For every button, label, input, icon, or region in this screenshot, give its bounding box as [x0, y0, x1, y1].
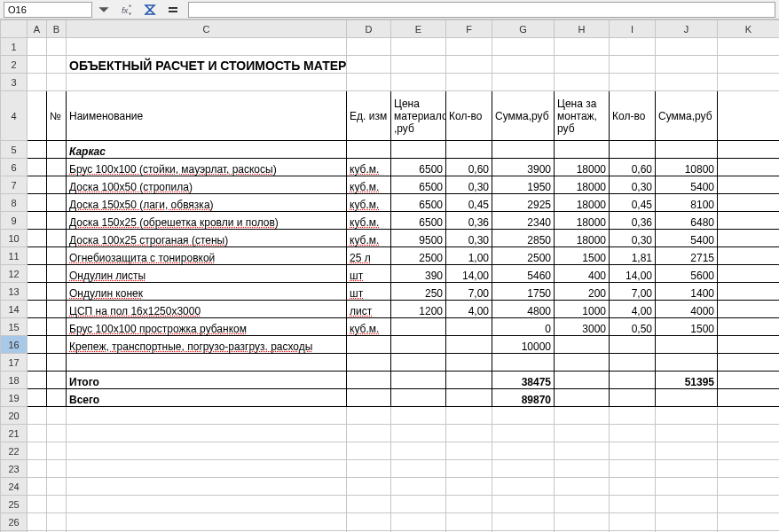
col-header-I[interactable]: I: [610, 20, 656, 38]
row6-qty2[interactable]: 0,60: [610, 159, 656, 176]
cell-J5[interactable]: [656, 141, 718, 159]
cell-H18[interactable]: [555, 372, 610, 389]
cell-A23[interactable]: [28, 460, 47, 478]
cell-E21[interactable]: [391, 425, 446, 442]
cell-J21[interactable]: [656, 425, 718, 442]
row6-price-work[interactable]: 18000: [555, 159, 610, 176]
cell-B7[interactable]: [47, 176, 67, 194]
row13-sum2[interactable]: 1400: [656, 283, 718, 301]
cell-K21[interactable]: [718, 425, 780, 442]
cell-K26[interactable]: [718, 513, 780, 531]
cell-I5[interactable]: [610, 141, 656, 159]
cell-E24[interactable]: [391, 478, 446, 496]
cell-H22[interactable]: [555, 442, 610, 460]
row8-price-work[interactable]: 18000: [555, 194, 610, 212]
row9-qty1[interactable]: 0,36: [446, 212, 492, 230]
cell-B19[interactable]: [47, 389, 67, 407]
cell-F23[interactable]: [446, 460, 492, 478]
cell-F26[interactable]: [446, 513, 492, 531]
row11-qty1[interactable]: 1,00: [446, 247, 492, 265]
cell-C3[interactable]: [67, 74, 347, 91]
cell-H20[interactable]: [555, 407, 610, 425]
cell-A9[interactable]: [28, 212, 47, 230]
hdr-qty1[interactable]: Кол-во: [446, 91, 492, 141]
cell-B16[interactable]: [47, 336, 67, 354]
row16-qty2[interactable]: [610, 336, 656, 354]
cell-A5[interactable]: [28, 141, 47, 159]
cell-J23[interactable]: [656, 460, 718, 478]
cell-A16[interactable]: [28, 336, 47, 354]
cell-B11[interactable]: [47, 247, 67, 265]
cell-A8[interactable]: [28, 194, 47, 212]
row10-name[interactable]: Доска 100х25 строганая (стены): [67, 230, 347, 247]
row9-name[interactable]: Доска 150х25 (обрешетка кровли и полов): [67, 212, 347, 230]
dropdown-icon[interactable]: [94, 2, 114, 18]
row10-qty1[interactable]: 0,30: [446, 230, 492, 247]
row7-name[interactable]: Доска 100х50 (стропила): [67, 176, 347, 194]
cell-F21[interactable]: [446, 425, 492, 442]
col-header-J[interactable]: J: [656, 20, 718, 38]
hdr-sum1[interactable]: Сумма,руб: [492, 91, 555, 141]
row9-unit[interactable]: куб.м.: [347, 212, 391, 230]
cell-E3[interactable]: [391, 74, 446, 91]
row8-price-mat[interactable]: 6500: [391, 194, 446, 212]
cell-B14[interactable]: [47, 301, 67, 318]
cell-F3[interactable]: [446, 74, 492, 91]
cell-F1[interactable]: [446, 38, 492, 56]
cell-C1[interactable]: [67, 38, 347, 56]
row9-price-mat[interactable]: 6500: [391, 212, 446, 230]
row-header-2[interactable]: 2: [1, 56, 28, 74]
cell-E5[interactable]: [391, 141, 446, 159]
cell-K2[interactable]: [718, 56, 780, 74]
cell-E20[interactable]: [391, 407, 446, 425]
row11-price-work[interactable]: 1500: [555, 247, 610, 265]
cell-G25[interactable]: [492, 496, 555, 513]
cell-I25[interactable]: [610, 496, 656, 513]
vsego-label[interactable]: Всего: [67, 389, 347, 407]
row10-qty2[interactable]: 0,30: [610, 230, 656, 247]
cell-H2[interactable]: [555, 56, 610, 74]
row6-sum1[interactable]: 3900: [492, 159, 555, 176]
row9-price-work[interactable]: 18000: [555, 212, 610, 230]
cell-H21[interactable]: [555, 425, 610, 442]
cell-E1[interactable]: [391, 38, 446, 56]
cell-J2[interactable]: [656, 56, 718, 74]
row-header-6[interactable]: 6: [1, 159, 28, 176]
cell-D25[interactable]: [347, 496, 391, 513]
cell-C17[interactable]: [67, 354, 347, 372]
col-header-G[interactable]: G: [492, 20, 555, 38]
cell-B22[interactable]: [47, 442, 67, 460]
cell-G26[interactable]: [492, 513, 555, 531]
cell-H25[interactable]: [555, 496, 610, 513]
cell-E2[interactable]: [391, 56, 446, 74]
cell-A4[interactable]: [28, 91, 47, 141]
cell-A7[interactable]: [28, 176, 47, 194]
cell-G5[interactable]: [492, 141, 555, 159]
row14-price-work[interactable]: 1000: [555, 301, 610, 318]
cell-D19[interactable]: [347, 389, 391, 407]
row13-qty2[interactable]: 7,00: [610, 283, 656, 301]
row-header-18[interactable]: 18: [1, 372, 28, 389]
cell-K25[interactable]: [718, 496, 780, 513]
row15-price-mat[interactable]: [391, 318, 446, 336]
row15-name[interactable]: Брус 100х100 прострожка рубанком: [67, 318, 347, 336]
cell-E26[interactable]: [391, 513, 446, 531]
cell-I18[interactable]: [610, 372, 656, 389]
cell-K11[interactable]: [718, 247, 780, 265]
cell-J19[interactable]: [656, 389, 718, 407]
row9-sum2[interactable]: 6480: [656, 212, 718, 230]
cell-A19[interactable]: [28, 389, 47, 407]
row6-qty1[interactable]: 0,60: [446, 159, 492, 176]
cell-B15[interactable]: [47, 318, 67, 336]
cell-B2[interactable]: [47, 56, 67, 74]
row7-qty1[interactable]: 0,30: [446, 176, 492, 194]
cell-C26[interactable]: [67, 513, 347, 531]
row13-price-work[interactable]: 200: [555, 283, 610, 301]
cell-I26[interactable]: [610, 513, 656, 531]
cell-A6[interactable]: [28, 159, 47, 176]
cell-F2[interactable]: [446, 56, 492, 74]
row-header-17[interactable]: 17: [1, 354, 28, 372]
row-header-3[interactable]: 3: [1, 74, 28, 91]
cell-H23[interactable]: [555, 460, 610, 478]
row16-price-work[interactable]: [555, 336, 610, 354]
